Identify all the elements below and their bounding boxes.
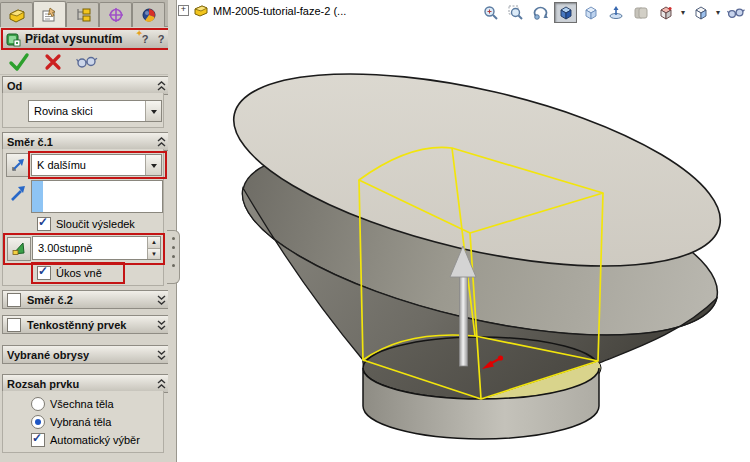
dimxpert-icon <box>107 7 125 23</box>
thin-feature-checkbox[interactable] <box>7 318 21 332</box>
scope-all-bodies-row: Všechna těla <box>31 397 114 411</box>
direction-reference-icon <box>9 185 27 203</box>
end-condition-dropdown[interactable]: K dalšímu <box>31 154 162 176</box>
collapse-chevron-icon <box>156 136 167 148</box>
detailed-preview-icon <box>727 6 745 20</box>
tab-display-manager[interactable] <box>132 2 165 27</box>
tree-expand-icon[interactable]: + <box>178 5 189 16</box>
group-header-direction2[interactable]: Směr č.2 <box>2 290 172 309</box>
dropdown-arrow-button[interactable] <box>145 155 161 175</box>
boss-extrude-icon <box>6 32 21 47</box>
cancel-button[interactable] <box>44 53 62 71</box>
view-toolbar: ▾ ▾ <box>479 2 747 23</box>
expand-chevron-icon <box>156 319 167 331</box>
help-icon[interactable]: ? <box>154 33 168 45</box>
draft-angle-spinner: ▲ ▼ <box>147 237 160 259</box>
draft-angle-input[interactable] <box>33 241 147 255</box>
feature-tree-root[interactable]: + MM-2005-tutorial-faze-2 (... <box>178 4 346 17</box>
detailed-preview-glasses-button[interactable] <box>76 54 98 70</box>
display-style-icon <box>693 5 709 21</box>
curvature-button[interactable] <box>629 2 652 23</box>
panel-splitter-handle[interactable] <box>167 230 180 284</box>
view-orientation-button[interactable] <box>654 2 677 23</box>
display-manager-icon <box>140 7 158 23</box>
detailed-preview-button[interactable] <box>724 2 747 23</box>
display-style-dropdown-arrow[interactable]: ▾ <box>714 3 722 22</box>
scope-auto-select-row: Automatický výběr <box>31 433 140 447</box>
draft-highlight: ▲ ▼ <box>3 233 165 265</box>
group-header-selected-contours[interactable]: Vybrané obrysy <box>2 345 172 364</box>
group-title: Tenkostěnný prvek <box>27 319 126 331</box>
hidden-lines-visible-icon <box>583 5 599 21</box>
dropdown-arrow-button[interactable] <box>145 101 161 121</box>
configuration-manager-icon <box>74 7 92 23</box>
group-body-direction1: K dalšímu Sloučit výsledek <box>2 149 164 286</box>
model-solid-body[interactable] <box>216 36 737 439</box>
draft-on-off-button[interactable] <box>7 237 31 261</box>
hidden-lines-visible-button[interactable] <box>579 2 602 23</box>
shaded-with-edges-icon <box>558 5 574 21</box>
view-orientation-dropdown-arrow[interactable]: ▾ <box>679 3 687 22</box>
group-body-od: Rovina skici <box>2 93 164 128</box>
tab-dimxpert-manager[interactable] <box>99 2 132 27</box>
curvature-icon <box>633 5 649 21</box>
expand-chevron-icon <box>156 294 167 306</box>
spinner-down-button[interactable]: ▼ <box>148 249 160 260</box>
direction-selection-box[interactable] <box>31 180 163 213</box>
auto-select-label: Automatický výběr <box>50 434 140 446</box>
shaded-with-edges-button[interactable] <box>554 2 577 23</box>
zoom-to-fit-button[interactable] <box>479 2 502 23</box>
tab-property-manager[interactable] <box>33 1 66 27</box>
property-manager-icon <box>41 7 59 23</box>
end-condition-value: K dalšímu <box>32 159 86 171</box>
rotate-view-button[interactable] <box>529 2 552 23</box>
group-title: Směr č.2 <box>27 294 73 306</box>
part-icon <box>193 4 209 17</box>
panel-tab-strip <box>0 0 168 27</box>
zoom-to-area-button[interactable] <box>504 2 527 23</box>
zoom-to-area-icon <box>508 5 524 21</box>
selected-bodies-radio[interactable] <box>31 415 45 429</box>
group-title: Rozsah prvku <box>7 378 79 390</box>
section-view-button[interactable] <box>604 2 627 23</box>
feature-title: Přidat vysunutím <box>25 32 122 46</box>
chevron-down-icon <box>151 164 157 171</box>
merge-result-checkbox[interactable] <box>37 217 51 231</box>
action-bar <box>0 50 176 75</box>
feature-manager-icon <box>8 8 26 23</box>
zoom-to-fit-icon <box>483 5 499 21</box>
group-header-thin-feature[interactable]: Tenkostěnný prvek <box>2 315 172 334</box>
draft-outward-row: Úkos vně <box>37 266 102 280</box>
selection-box-accent <box>32 181 43 212</box>
reverse-direction-icon <box>10 157 26 173</box>
ok-button[interactable] <box>8 52 30 72</box>
tree-root-label: MM-2005-tutorial-faze-2 (... <box>213 5 346 17</box>
application-window: + MM-2005-tutorial-faze-2 (... <box>0 0 750 462</box>
auto-select-checkbox[interactable] <box>31 433 45 447</box>
rotate-view-icon <box>533 5 549 21</box>
start-condition-value: Rovina skici <box>29 105 93 117</box>
scope-selected-bodies-row: Vybraná těla <box>31 415 111 429</box>
quick-tip-icon[interactable]: ? <box>138 33 152 45</box>
chevron-down-icon <box>151 110 157 117</box>
all-bodies-radio[interactable] <box>31 397 45 411</box>
tab-configuration-manager[interactable] <box>66 2 99 27</box>
expand-chevron-icon <box>156 349 167 361</box>
draft-outward-checkbox[interactable] <box>37 266 51 280</box>
section-view-icon <box>608 5 624 21</box>
end-condition-highlight: K dalšímu <box>28 151 167 179</box>
spinner-up-button[interactable]: ▲ <box>148 237 160 249</box>
collapse-chevron-icon <box>156 378 167 390</box>
display-style-button[interactable] <box>689 2 712 23</box>
start-condition-dropdown[interactable]: Rovina skici <box>28 100 162 122</box>
group-body-feature-scope: Všechna těla Vybraná těla Automatický vý… <box>2 391 164 453</box>
draft-outward-highlight: Úkos vně <box>31 262 125 284</box>
group-title: Od <box>7 80 22 92</box>
selected-bodies-label: Vybraná těla <box>50 416 111 428</box>
reverse-direction-button[interactable] <box>6 153 30 177</box>
direction2-checkbox[interactable] <box>7 293 21 307</box>
tab-feature-manager[interactable] <box>0 2 33 27</box>
group-title: Směr č.1 <box>7 136 53 148</box>
view-orientation-icon <box>658 5 674 21</box>
draft-outward-label: Úkos vně <box>56 267 102 279</box>
